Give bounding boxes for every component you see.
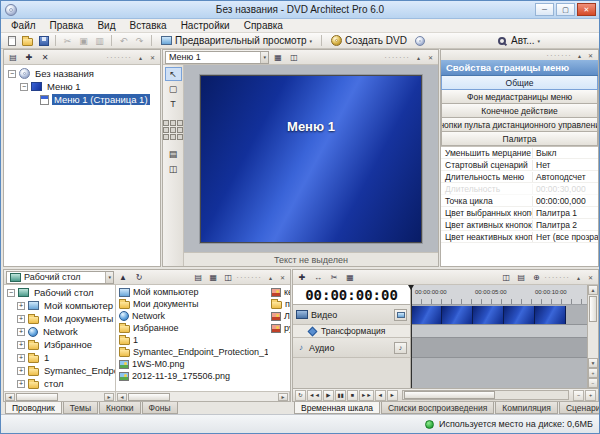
thumbnail-view-icon[interactable]: ▦ xyxy=(206,271,220,284)
close-panel-icon[interactable]: ✕ xyxy=(147,52,158,63)
tab-backgrounds[interactable]: Фоны xyxy=(142,402,178,414)
cut-icon[interactable]: ✂ xyxy=(61,34,74,47)
make-dvd-button[interactable]: Создать DVD xyxy=(327,34,411,48)
files-scrollbar[interactable]: ◄ ► xyxy=(116,392,290,401)
scroll-up-icon[interactable]: ▲ xyxy=(588,285,598,295)
open-project-icon[interactable] xyxy=(21,34,34,47)
file-list-item[interactable]: 2012-11-19_175506.png xyxy=(116,370,290,382)
maximize-button[interactable]: ▢ xyxy=(556,3,575,16)
menu-canvas[interactable]: Меню 1 xyxy=(200,75,422,243)
section-end-action-button[interactable]: Конечное действие xyxy=(441,104,598,118)
distribute-icon[interactable]: ◫ xyxy=(165,162,182,176)
go-to-start-button[interactable]: ◄◄ xyxy=(307,390,322,401)
folder-tree-item[interactable]: + Symantec_Endpoint_Prot xyxy=(4,364,115,377)
menu-title-text[interactable]: Меню 1 xyxy=(201,119,421,134)
expander-icon[interactable]: − xyxy=(7,289,15,297)
audio-track-header[interactable]: ♪ Аудио ♪ xyxy=(293,338,411,358)
titlebar[interactable]: Без названия - DVD Architect Pro 6.0 ─ ▢… xyxy=(1,1,599,19)
sizing-tool-icon[interactable]: ▢ xyxy=(165,82,182,96)
video-clip-thumbnail[interactable] xyxy=(504,306,535,324)
insert-menu-icon[interactable]: ▤ xyxy=(6,51,20,64)
collapse-panel-icon[interactable]: ▴ xyxy=(265,272,276,283)
location-combo[interactable]: Рабочий стол ▾ xyxy=(6,271,114,284)
drag-grip[interactable]: ······· xyxy=(236,273,262,282)
property-value[interactable]: Автоподсчет xyxy=(532,172,598,182)
drag-grip[interactable]: ······· xyxy=(106,53,132,62)
split-clip-icon[interactable]: ✂ xyxy=(327,271,341,284)
scrollbar-thumb[interactable] xyxy=(16,393,58,401)
preview-button[interactable]: Предварительный просмотр ▾ xyxy=(157,34,316,48)
text-tool-icon[interactable]: T xyxy=(165,97,182,111)
file-list-item[interactable]: Network xyxy=(116,310,290,322)
align-top-right-icon[interactable] xyxy=(177,120,183,126)
tab-buttons[interactable]: Кнопки xyxy=(99,402,140,414)
timeline-vertical-scrollbar[interactable]: ▲ ▼ + − xyxy=(587,285,598,388)
play-button[interactable]: ▶ xyxy=(323,390,334,401)
close-panel-icon[interactable]: ✕ xyxy=(585,50,596,61)
expander-icon[interactable]: + xyxy=(17,367,25,375)
file-list-item[interactable]: 1 xyxy=(116,334,290,346)
menu-file[interactable]: Файл xyxy=(4,20,43,31)
scroll-left-icon[interactable]: ◄ xyxy=(117,393,127,401)
audio-track-lane[interactable] xyxy=(411,338,587,358)
align-bottom-icon[interactable] xyxy=(170,134,176,140)
scroll-down-icon[interactable]: ▼ xyxy=(588,358,598,368)
new-project-icon[interactable] xyxy=(5,34,18,47)
zoom-out-icon[interactable]: − xyxy=(573,390,584,401)
file-list-item[interactable]: Мои документы xyxy=(116,298,290,310)
property-value[interactable]: Палитра 2 xyxy=(532,220,598,230)
tree-item-project[interactable]: − Без названия xyxy=(4,67,160,80)
close-panel-icon[interactable]: ✕ xyxy=(277,272,288,283)
collapse-panel-icon[interactable]: ▴ xyxy=(574,50,585,61)
tab-dvd-scripts[interactable]: Сценарии DVD xyxy=(559,402,600,414)
video-clip-thumbnail[interactable] xyxy=(411,306,442,324)
file-list-item[interactable]: 1WS-M0.png xyxy=(116,358,290,370)
track-options-icon[interactable]: ▤ xyxy=(514,271,528,284)
collapse-panel-icon[interactable]: ▴ xyxy=(573,272,584,283)
zoom-in-icon[interactable]: + xyxy=(585,390,596,401)
video-track-header[interactable]: Видео xyxy=(293,305,411,325)
previous-frame-button[interactable]: ◄ xyxy=(375,390,386,401)
expander-icon[interactable]: − xyxy=(8,70,16,78)
scrollbar-thumb[interactable] xyxy=(404,391,495,399)
video-track-lane[interactable] xyxy=(411,305,587,325)
tab-timeline[interactable]: Временная шкала xyxy=(294,402,380,414)
selection-tool-icon[interactable]: ↖ xyxy=(165,67,182,81)
folder-tree-item[interactable]: − Рабочий стол xyxy=(4,286,115,299)
menu-view[interactable]: Вид xyxy=(90,20,122,31)
scrollbar-thumb[interactable] xyxy=(128,393,170,401)
add-item-icon[interactable]: ✚ xyxy=(22,51,36,64)
file-list-item[interactable]: ру... xyxy=(268,322,290,334)
chapter-marker-icon[interactable]: ◫ xyxy=(499,271,513,284)
timeline-horizontal-scrollbar[interactable] xyxy=(402,390,569,400)
align-bottom-left-icon[interactable] xyxy=(163,134,169,140)
expander-icon[interactable]: + xyxy=(17,380,25,388)
property-value[interactable]: Палитра 1 xyxy=(532,208,598,218)
menu-insert[interactable]: Вставка xyxy=(122,20,173,31)
timeline-ruler[interactable]: 00:00:00:00 00:00:05:00 00:00:10:00 xyxy=(411,285,587,305)
folder-tree-item[interactable]: + 1 xyxy=(4,351,115,364)
video-clip[interactable] xyxy=(411,306,587,324)
tab-themes[interactable]: Темы xyxy=(63,402,98,414)
transform-track-lane[interactable] xyxy=(411,325,587,338)
grid-snap-icon[interactable]: ▦ xyxy=(343,271,357,284)
close-panel-icon[interactable]: ✕ xyxy=(585,272,596,283)
align-bottom-right-icon[interactable] xyxy=(177,134,183,140)
burn-disc-icon[interactable] xyxy=(414,34,427,47)
menu-options[interactable]: Настройки xyxy=(174,20,237,31)
next-frame-button[interactable]: ► xyxy=(387,390,398,401)
scroll-right-icon[interactable]: ► xyxy=(104,393,114,401)
list-view-icon[interactable]: ▤ xyxy=(191,271,205,284)
expander-icon[interactable]: + xyxy=(17,341,25,349)
safe-area-grid-icon[interactable]: ▦ xyxy=(271,51,285,64)
video-monitor-button[interactable] xyxy=(394,309,407,321)
loop-playback-button[interactable]: ↻ xyxy=(295,390,306,401)
go-to-end-button[interactable]: ►► xyxy=(359,390,374,401)
expander-icon[interactable]: + xyxy=(17,302,25,310)
redo-icon[interactable]: ↷ xyxy=(133,34,146,47)
video-clip-thumbnail[interactable] xyxy=(473,306,504,324)
zoom-level-combo[interactable]: Авт... ▾ xyxy=(494,34,544,48)
menu-selector-combo[interactable]: Меню 1 ▾ xyxy=(165,51,269,64)
folder-tree-item[interactable]: + Network xyxy=(4,325,115,338)
scrollbar-track[interactable] xyxy=(588,323,598,358)
